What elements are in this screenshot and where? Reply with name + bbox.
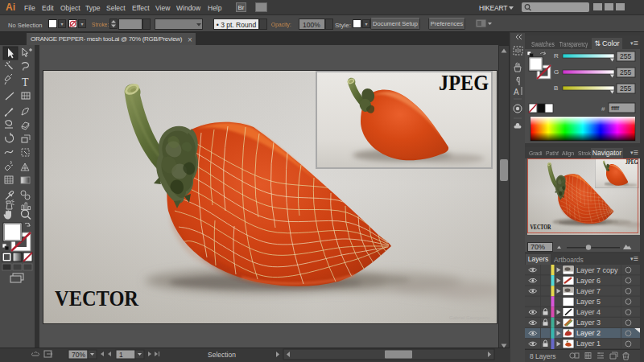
svg-text:Layer 2: Layer 2	[576, 329, 601, 337]
svg-text:T: T	[22, 76, 29, 88]
svg-text:A: A	[514, 88, 519, 97]
svg-text:ffffff: ffffff	[611, 105, 620, 112]
svg-text:Layer 7 copy: Layer 7 copy	[576, 266, 618, 274]
svg-text:1: 1	[119, 351, 123, 359]
svg-text:G: G	[554, 68, 559, 76]
svg-text:R: R	[554, 52, 559, 60]
svg-text:Layer 1: Layer 1	[576, 339, 601, 348]
svg-text:Layer 3: Layer 3	[576, 319, 601, 327]
svg-text:70%: 70%	[72, 351, 85, 359]
svg-text:#: #	[601, 105, 605, 113]
svg-text:Layer 7: Layer 7	[576, 287, 601, 295]
svg-text:255: 255	[620, 52, 631, 60]
svg-text:Layer 5: Layer 5	[576, 298, 601, 306]
svg-text:255: 255	[620, 84, 631, 93]
svg-text:Selection: Selection	[208, 351, 236, 359]
svg-text:Layer 6: Layer 6	[576, 277, 601, 285]
svg-text:B: B	[554, 84, 558, 92]
svg-text:Layer 4: Layer 4	[576, 308, 601, 316]
svg-text:255: 255	[620, 68, 631, 76]
